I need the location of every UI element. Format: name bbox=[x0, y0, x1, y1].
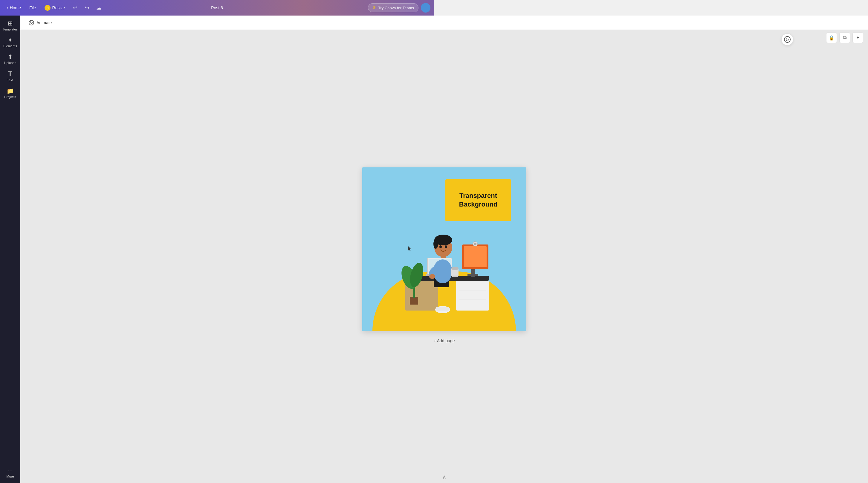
desk-illustration bbox=[388, 203, 434, 241]
sidebar-item-label: Projects bbox=[4, 95, 16, 99]
file-label: File bbox=[29, 5, 36, 10]
resize-label: Resize bbox=[52, 5, 65, 10]
topbar-left: ‹ Home File ⊙ Resize ↩ ↪ ☁ bbox=[4, 3, 367, 12]
redo-button[interactable]: ↪ bbox=[82, 3, 92, 12]
animate-icon: ↻ bbox=[29, 20, 34, 25]
projects-icon: 📁 bbox=[7, 88, 14, 94]
sidebar-item-label: Templates bbox=[3, 28, 18, 31]
home-button[interactable]: ‹ Home bbox=[4, 4, 24, 12]
resize-icon: ⊙ bbox=[44, 5, 51, 11]
sidebar-item-label: Uploads bbox=[4, 61, 16, 65]
uploads-icon: ⬆ bbox=[8, 54, 13, 60]
canvas-area: 🔒 ⧉ + ↻ Transparent Background bbox=[20, 30, 434, 241]
sidebar-item-uploads[interactable]: ⬆ Uploads bbox=[1, 52, 19, 67]
templates-icon: ⊞ bbox=[8, 20, 13, 26]
sidebar-item-elements[interactable]: ✦ Elements bbox=[1, 35, 19, 50]
topbar: ‹ Home File ⊙ Resize ↩ ↪ ☁ Post 6 ♛ Try … bbox=[0, 0, 434, 16]
sidebar-item-text[interactable]: T Text bbox=[1, 68, 19, 84]
file-button[interactable]: File bbox=[26, 4, 39, 12]
sidebar-item-templates[interactable]: ⊞ Templates bbox=[1, 18, 19, 33]
sidebar: ⊞ Templates ✦ Elements ⬆ Uploads T Text … bbox=[0, 16, 20, 241]
chevron-left-icon: ‹ bbox=[7, 5, 8, 10]
topbar-right: ♛ Try Canva for Teams bbox=[368, 3, 430, 12]
try-canva-button[interactable]: ♛ Try Canva for Teams bbox=[368, 3, 418, 12]
save-button[interactable]: ☁ bbox=[94, 3, 104, 12]
design-canvas[interactable]: Transparent Background bbox=[362, 168, 434, 241]
elements-icon: ✦ bbox=[8, 37, 13, 43]
undo-button[interactable]: ↩ bbox=[70, 3, 80, 12]
animate-bar: ↻ Animate bbox=[20, 16, 434, 30]
text-icon: T bbox=[8, 70, 12, 77]
sidebar-item-projects[interactable]: 📁 Projects bbox=[1, 86, 19, 101]
try-canva-label: Try Canva for Teams bbox=[378, 6, 414, 10]
user-avatar[interactable] bbox=[421, 3, 430, 12]
home-label: Home bbox=[10, 5, 21, 10]
crown-icon: ♛ bbox=[372, 5, 376, 10]
svg-point-24 bbox=[433, 239, 434, 241]
animate-button[interactable]: ↻ Animate bbox=[25, 18, 55, 27]
sidebar-item-label: Text bbox=[7, 78, 13, 82]
resize-button[interactable]: ⊙ Resize bbox=[41, 3, 68, 12]
animate-label: Animate bbox=[36, 20, 52, 25]
doc-title: Post 6 bbox=[211, 5, 223, 10]
sidebar-item-label: Elements bbox=[3, 44, 17, 48]
